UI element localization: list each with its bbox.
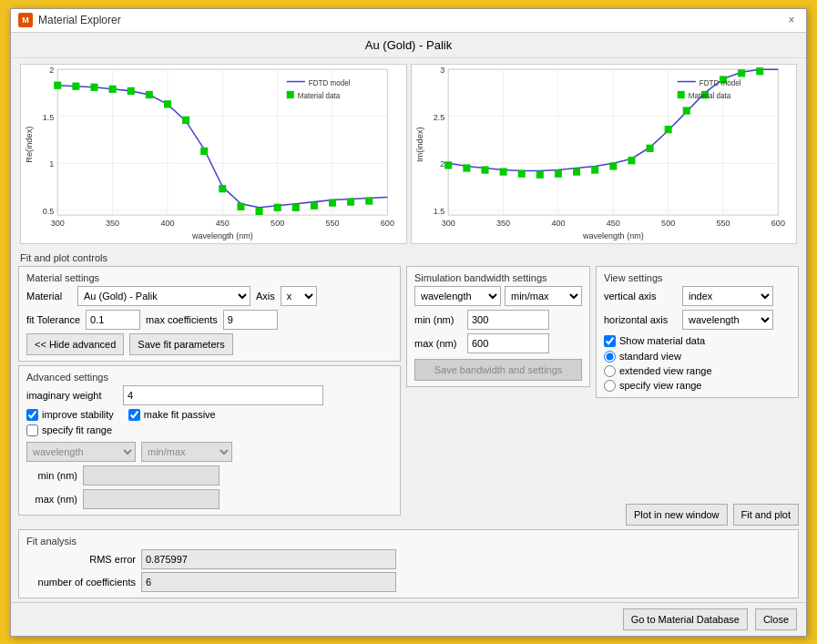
svg-rect-17 — [146, 90, 153, 97]
left-chart: 2 1.5 1 0.5 300 350 400 450 500 550 600 … — [20, 64, 407, 244]
material-explorer-window: M Material Explorer × Au (Gold) - Palik — [10, 8, 807, 637]
advanced-settings-panel: Advanced settings imaginary weight impro… — [18, 365, 401, 516]
vertical-axis-dropdown[interactable]: indexpermittivity — [682, 286, 773, 306]
horizontal-axis-dropdown[interactable]: wavelengthfrequency — [682, 310, 773, 330]
charts-area: 2 1.5 1 0.5 300 350 400 450 500 550 600 … — [11, 58, 806, 250]
specify-view-radio[interactable] — [604, 380, 616, 392]
svg-text:350: 350 — [496, 219, 510, 228]
svg-rect-12 — [54, 81, 61, 88]
svg-rect-68 — [609, 162, 617, 169]
rms-error-value — [141, 549, 396, 569]
svg-rect-71 — [664, 126, 671, 133]
title-bar-left: M Material Explorer — [18, 13, 121, 27]
svg-rect-26 — [311, 201, 318, 209]
extended-view-radio[interactable] — [604, 365, 616, 377]
axis-label: Axis — [256, 291, 275, 302]
adv-max-input[interactable] — [83, 489, 220, 509]
chart-title: Au (Gold) - Palik — [11, 33, 806, 58]
save-bandwidth-button[interactable]: Save bandwidth and settings — [414, 359, 582, 381]
improve-stability-checkbox[interactable] — [26, 409, 38, 421]
fit-controls-section-label: Fit and plot controls — [11, 250, 806, 266]
svg-text:300: 300 — [51, 219, 65, 228]
svg-rect-62 — [499, 168, 506, 175]
plot-in-window-button[interactable]: Plot in new window — [626, 504, 728, 526]
svg-text:1.5: 1.5 — [43, 112, 55, 121]
sim-wavelength-dropdown[interactable]: wavelength — [414, 286, 501, 306]
make-fit-passive-checkbox[interactable] — [128, 409, 140, 421]
svg-text:350: 350 — [106, 219, 119, 228]
svg-text:1: 1 — [49, 159, 54, 169]
sim-minmax-dropdown[interactable]: min/max — [505, 286, 582, 306]
svg-rect-65 — [554, 169, 561, 177]
material-settings-title: Material settings — [26, 272, 393, 283]
goto-db-button[interactable]: Go to Material Database — [623, 608, 748, 630]
svg-rect-63 — [517, 169, 525, 177]
svg-rect-61 — [481, 166, 488, 173]
fit-controls-label: Fit and plot controls — [20, 252, 107, 263]
svg-rect-66 — [573, 168, 580, 175]
svg-rect-64 — [536, 170, 543, 178]
svg-text:2.5: 2.5 — [433, 112, 444, 121]
svg-text:300: 300 — [441, 219, 454, 228]
material-settings-panel: Material settings Material Au (Gold) - P… — [18, 266, 401, 362]
svg-text:2: 2 — [440, 159, 444, 169]
svg-rect-45 — [287, 90, 294, 97]
svg-text:450: 450 — [606, 219, 619, 228]
close-window-button[interactable]: × — [784, 14, 799, 26]
svg-text:550: 550 — [716, 219, 730, 228]
svg-rect-28 — [347, 198, 354, 205]
fit-and-plot-button[interactable]: Fit and plot — [733, 504, 799, 526]
standard-view-label: standard view — [619, 351, 681, 362]
svg-rect-25 — [292, 203, 300, 210]
make-fit-passive-label: make fit passive — [144, 409, 216, 420]
svg-text:450: 450 — [216, 219, 230, 228]
svg-text:Material data: Material data — [298, 92, 341, 100]
material-label: Material — [26, 291, 72, 302]
window-title: Material Explorer — [38, 14, 121, 26]
svg-text:Im(index): Im(index) — [415, 127, 424, 162]
imag-weight-input[interactable] — [123, 385, 323, 405]
svg-rect-72 — [682, 107, 689, 114]
show-material-checkbox[interactable] — [604, 335, 616, 347]
right-chart: 3 2.5 2 1.5 300 350 400 450 500 550 600 … — [411, 64, 798, 244]
sim-max-input[interactable] — [467, 333, 549, 353]
axis-dropdown[interactable]: xyz — [281, 286, 317, 306]
svg-rect-19 — [182, 116, 189, 123]
bottom-bar: Go to Material Database Close — [11, 602, 806, 636]
svg-rect-67 — [591, 166, 598, 173]
save-fit-button[interactable]: Save fit parameters — [129, 333, 232, 355]
svg-rect-60 — [463, 164, 470, 171]
svg-rect-76 — [756, 67, 763, 75]
svg-text:400: 400 — [160, 219, 174, 228]
max-coeff-label: max coefficients — [146, 314, 218, 325]
sim-min-label: min (nm) — [414, 314, 462, 325]
left-chart-svg: 2 1.5 1 0.5 300 350 400 450 500 550 600 … — [21, 65, 406, 243]
svg-rect-75 — [738, 69, 745, 77]
improve-stability-label: improve stability — [42, 409, 114, 420]
vertical-axis-label: vertical axis — [604, 291, 677, 302]
adv-min-input[interactable] — [83, 465, 220, 486]
specify-fit-range-checkbox[interactable] — [26, 424, 38, 436]
adv-wavelength-dropdown[interactable]: wavelength — [26, 442, 136, 462]
svg-rect-13 — [72, 82, 79, 89]
standard-view-radio[interactable] — [604, 351, 616, 363]
svg-text:500: 500 — [661, 219, 675, 228]
num-coeff-label: number of coefficients — [26, 577, 136, 588]
max-coeff-input[interactable] — [223, 310, 278, 330]
hide-advanced-button[interactable]: << Hide advanced — [26, 333, 124, 355]
adv-minmax-dropdown[interactable]: min/max — [141, 442, 232, 462]
svg-rect-15 — [109, 85, 117, 92]
svg-rect-20 — [200, 147, 208, 154]
adv-min-label: min (nm) — [26, 470, 77, 481]
material-dropdown[interactable]: Au (Gold) - Palik — [77, 286, 250, 306]
fit-tolerance-input[interactable] — [86, 310, 140, 330]
sim-min-input[interactable] — [467, 310, 549, 330]
svg-rect-24 — [274, 203, 281, 210]
fit-analysis-panel: Fit analysis RMS error number of coeffic… — [18, 529, 799, 598]
svg-rect-16 — [128, 87, 135, 94]
close-button[interactable]: Close — [755, 608, 797, 630]
adv-max-label: max (nm) — [26, 494, 77, 505]
svg-rect-70 — [646, 144, 653, 151]
svg-rect-29 — [365, 197, 373, 204]
svg-text:500: 500 — [271, 219, 284, 228]
